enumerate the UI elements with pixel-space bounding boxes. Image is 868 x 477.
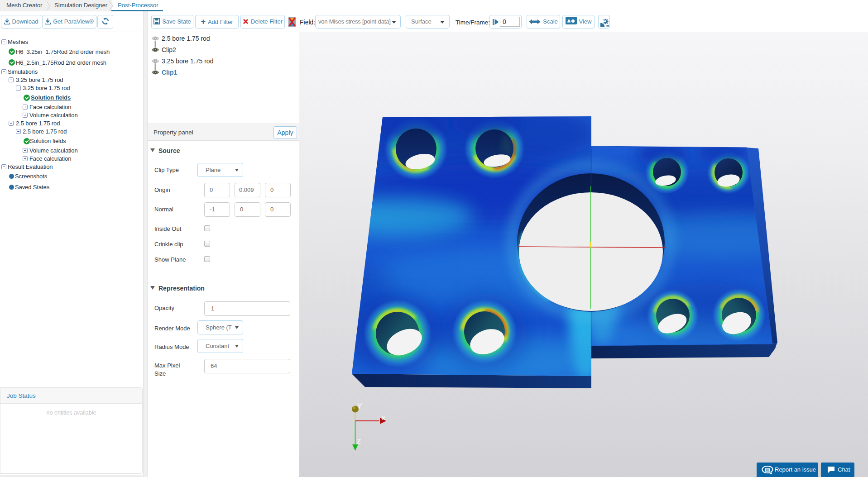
- svg-text:Z: Z: [357, 437, 361, 445]
- svg-text:x: x: [382, 414, 385, 421]
- svg-text:Y: Y: [357, 402, 362, 410]
